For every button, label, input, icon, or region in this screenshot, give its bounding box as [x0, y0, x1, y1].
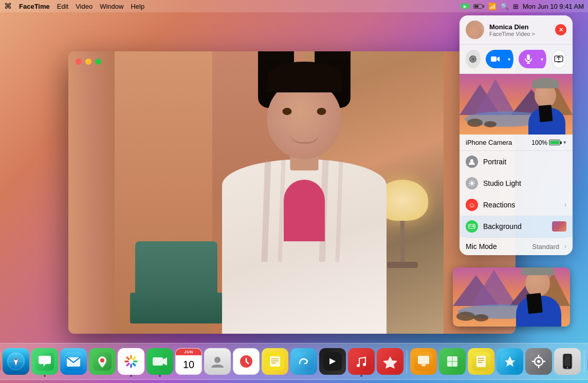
svg-rect-87: [295, 352, 313, 371]
wifi-icon: 📶: [488, 3, 497, 10]
svg-point-32: [473, 225, 474, 227]
svg-point-92: [363, 363, 366, 366]
controls-row: ▾ ▾: [460, 45, 573, 74]
svg-rect-102: [476, 356, 486, 367]
preview-person: [526, 83, 567, 135]
dock-calendar[interactable]: JUN 10: [175, 348, 202, 375]
dock-music[interactable]: [348, 348, 375, 375]
svg-point-66: [100, 358, 104, 362]
fullscreen-button[interactable]: [95, 59, 101, 65]
svg-rect-4: [527, 54, 530, 60]
apple-logo-icon[interactable]: ⌘: [4, 2, 12, 11]
svg-text:▶: ▶: [329, 356, 336, 365]
dock-messages[interactable]: [31, 348, 58, 375]
svg-point-116: [567, 367, 568, 369]
dock-app-store[interactable]: [497, 348, 523, 375]
dock-mail[interactable]: [60, 348, 87, 375]
dock-contacts[interactable]: [204, 348, 231, 375]
self-view-thumbnail: [453, 267, 570, 327]
battery-icon: [473, 4, 484, 9]
reactions-label: Reactions: [483, 201, 559, 209]
contact-name: Monica Dien: [489, 23, 550, 31]
portrait-menu-item[interactable]: Portrait: [460, 151, 573, 173]
video-chevron-icon[interactable]: ▾: [505, 50, 513, 68]
portrait-icon: [466, 156, 478, 168]
svg-rect-94: [418, 356, 429, 364]
background-menu-item[interactable]: Background: [460, 216, 573, 237]
battery-percent: 100%: [531, 139, 547, 146]
menubar-window[interactable]: Window: [100, 3, 123, 10]
self-view-person: [516, 270, 567, 327]
svg-point-20: [484, 121, 497, 127]
dock-keynote[interactable]: [410, 348, 437, 375]
dock-freeform[interactable]: [290, 348, 317, 375]
dock-launchpad[interactable]: [0, 348, 1, 375]
mic-mode-value: Standard: [532, 243, 559, 251]
contact-info: Monica Dien FaceTime Video >: [489, 23, 550, 37]
menubar-video[interactable]: Video: [76, 3, 93, 10]
reactions-chevron-icon: ›: [564, 201, 566, 208]
menubar-left: ⌘ FaceTime Edit Video Window Help: [4, 2, 144, 11]
dock-notes[interactable]: [262, 348, 288, 375]
calendar-month: JUN: [176, 349, 201, 355]
mic-mode-row[interactable]: Mic Mode Standard ›: [460, 238, 573, 255]
menubar-app-name[interactable]: FaceTime: [19, 3, 50, 10]
svg-rect-90: [352, 352, 371, 371]
dock-system-preferences[interactable]: [525, 348, 552, 375]
dock-safari[interactable]: [3, 348, 29, 375]
svg-line-29: [473, 181, 474, 182]
calendar-day: 10: [183, 355, 194, 374]
studio-light-menu-item[interactable]: Studio Light: [460, 173, 573, 194]
svg-point-109: [537, 360, 540, 363]
dock-iphone-mirroring[interactable]: [554, 348, 581, 375]
dock-facetime[interactable]: [146, 348, 173, 375]
dock-photos[interactable]: [118, 348, 144, 375]
dock-pages[interactable]: [468, 348, 494, 375]
svg-point-22: [470, 182, 473, 185]
video-preview: [460, 74, 573, 135]
background-icon: [466, 220, 478, 233]
contact-subtitle: FaceTime Video >: [489, 31, 550, 37]
mic-chevron-icon[interactable]: ▾: [538, 50, 546, 68]
svg-line-28: [473, 185, 474, 186]
svg-rect-115: [564, 355, 571, 366]
close-button[interactable]: ✕: [555, 24, 566, 35]
panel-header: Monica Dien FaceTime Video > ✕: [460, 15, 573, 45]
close-button[interactable]: [76, 59, 82, 65]
minimize-button[interactable]: [85, 59, 91, 65]
camera-chevron-icon[interactable]: ▾: [563, 139, 566, 146]
dock-maps[interactable]: [89, 348, 116, 375]
menubar-edit[interactable]: Edit: [57, 3, 68, 10]
svg-point-78: [214, 357, 220, 363]
dock-separator: [407, 350, 407, 373]
mic-mode-label: Mic Mode: [466, 242, 527, 251]
share-screen-button[interactable]: [552, 50, 566, 68]
svg-rect-3: [491, 56, 497, 62]
svg-point-19: [467, 119, 483, 127]
mic-button[interactable]: [519, 50, 538, 68]
dock-numbers[interactable]: [439, 348, 466, 375]
search-icon[interactable]: 🔍: [501, 3, 509, 10]
svg-line-30: [470, 185, 471, 186]
control-center-icon[interactable]: ⊞: [513, 3, 519, 10]
dock-reminders[interactable]: [233, 348, 260, 375]
curtain-left: [68, 51, 115, 334]
dock: JUN 10 ▶: [0, 343, 588, 380]
studio-light-icon: [466, 177, 478, 189]
menubar: ⌘ FaceTime Edit Video Window Help ▶ 📶 🔍 …: [0, 0, 588, 12]
dock-separator-2: [584, 350, 584, 373]
reactions-menu-item[interactable]: ☺ Reactions ›: [460, 194, 573, 216]
video-button[interactable]: [486, 50, 505, 68]
facetime-indicator-icon: ▶: [461, 4, 469, 9]
svg-rect-77: [153, 357, 163, 366]
menubar-help[interactable]: Help: [131, 3, 144, 10]
dock-apple-tv[interactable]: ▶: [319, 348, 346, 375]
contact-avatar: [466, 21, 484, 39]
reactions-icon: ☺: [466, 199, 478, 211]
traffic-lights: [76, 59, 101, 65]
dock-news[interactable]: [377, 348, 403, 375]
background-label: Background: [483, 222, 547, 231]
studio-light-label: Studio Light: [483, 179, 566, 187]
svg-rect-83: [270, 356, 280, 367]
effects-button[interactable]: [466, 50, 481, 68]
